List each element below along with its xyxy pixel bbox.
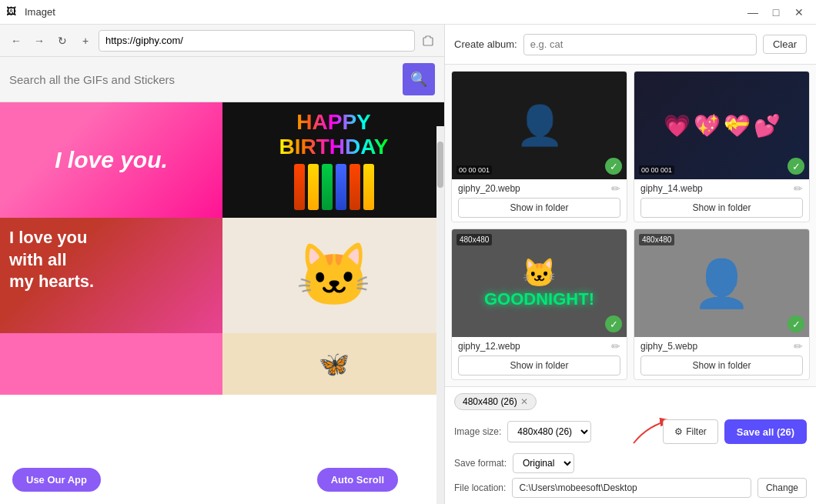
show-folder-button-3[interactable]: Show in folder bbox=[640, 355, 803, 375]
giphy-grid-scroll[interactable]: I love you. HAPPYBIRTHDAY bbox=[0, 102, 444, 504]
image-card-3: 480x480 👤 ✓ giphy_5.webp ✏ Show in folde… bbox=[634, 229, 810, 380]
person-placeholder: 👤 bbox=[516, 103, 564, 148]
image-card-1: 💗 💖 💝 💕 00 00 001 ✓ giphy_14.webp ✏ Show… bbox=[634, 71, 810, 222]
forward-button[interactable]: → bbox=[29, 31, 49, 51]
gif-item-birthday[interactable]: HAPPYBIRTHDAY bbox=[222, 102, 444, 218]
address-bar[interactable] bbox=[99, 30, 415, 52]
show-folder-button-1[interactable]: Show in folder bbox=[640, 198, 803, 218]
candles bbox=[279, 164, 388, 210]
bottom-controls: 480x480 (26) ✕ Image size: 480x480 (26) bbox=[445, 386, 816, 504]
title-bar: 🖼 Imaget — □ ✕ bbox=[0, 0, 816, 25]
new-tab-button[interactable]: + bbox=[75, 31, 95, 51]
location-input[interactable] bbox=[512, 478, 751, 498]
gif-item-cat[interactable]: 🐱 bbox=[222, 218, 444, 333]
image-size-select[interactable]: 480x480 (26) bbox=[507, 421, 591, 442]
back-button[interactable]: ← bbox=[6, 31, 26, 51]
image-info-0: giphy_20.webp ✏ bbox=[452, 179, 627, 198]
edit-icon-1[interactable]: ✏ bbox=[794, 182, 803, 195]
thumb-badge-2: 480x480 bbox=[456, 234, 492, 245]
show-folder-button-2[interactable]: Show in folder bbox=[458, 355, 620, 375]
tag-label: 480x480 (26) bbox=[463, 396, 517, 407]
hearts-bg: 💗 💖 💝 💕 bbox=[634, 72, 809, 179]
image-thumb-0[interactable]: 👤 00 00 001 ✓ bbox=[452, 72, 627, 179]
location-row: File location: Change bbox=[454, 478, 807, 498]
gif-item-3a[interactable] bbox=[0, 333, 222, 395]
timestamp-1: 00 00 001 bbox=[639, 165, 674, 175]
person-bg: 👤 bbox=[634, 229, 809, 337]
image-card-2: 480x480 🐱 GOODNIGHT! ✓ giphy_12.webp ✏ S… bbox=[451, 229, 627, 380]
image-name-2: giphy_12.webp bbox=[458, 341, 608, 352]
browser-panel: ← → ↻ + 🔍 I love yo bbox=[0, 25, 445, 504]
search-bar: 🔍 bbox=[0, 57, 444, 102]
use-app-button[interactable]: Use Our App bbox=[12, 468, 101, 492]
search-button[interactable]: 🔍 bbox=[403, 63, 435, 95]
gif-item-love[interactable]: I love you. bbox=[0, 102, 222, 218]
image-name-0: giphy_20.webp bbox=[458, 183, 608, 194]
image-thumb-2[interactable]: 480x480 🐱 GOODNIGHT! ✓ bbox=[452, 229, 627, 337]
image-info-2: giphy_12.webp ✏ bbox=[452, 337, 627, 355]
refresh-button[interactable]: ↻ bbox=[52, 31, 72, 51]
right-panel: Create album: Clear 👤 00 00 001 ✓ giphy_… bbox=[445, 25, 816, 504]
check-icon-0: ✓ bbox=[605, 158, 622, 175]
check-icon-1: ✓ bbox=[788, 158, 804, 175]
edit-icon-3[interactable]: ✏ bbox=[794, 340, 803, 352]
location-label: File location: bbox=[454, 482, 506, 493]
change-button[interactable]: Change bbox=[757, 478, 807, 498]
image-grid: 👤 00 00 001 ✓ giphy_20.webp ✏ Show in fo… bbox=[445, 65, 816, 386]
image-info-1: giphy_14.webp ✏ bbox=[634, 179, 809, 198]
scrollbar[interactable] bbox=[436, 126, 444, 504]
person-icon: 👤 bbox=[693, 256, 751, 311]
birthday-text: HAPPYBIRTHDAY bbox=[279, 110, 388, 159]
format-row: Save format: Original bbox=[454, 453, 807, 473]
clear-button[interactable]: Clear bbox=[763, 35, 807, 54]
show-folder-button-0[interactable]: Show in folder bbox=[458, 198, 620, 218]
gif-item-3b[interactable]: 🦋 bbox=[222, 333, 444, 395]
browser-content: 🔍 I love you. HAPPYBIRTHDAY bbox=[0, 57, 444, 504]
save-all-button[interactable]: Save all (26) bbox=[724, 419, 807, 444]
filter-label: Filter bbox=[686, 426, 707, 437]
image-name-1: giphy_14.webp bbox=[640, 183, 791, 194]
image-card-0: 👤 00 00 001 ✓ giphy_20.webp ✏ Show in fo… bbox=[451, 71, 627, 222]
filter-button[interactable]: ⚙ Filter bbox=[663, 419, 718, 444]
minimize-button[interactable]: — bbox=[742, 2, 764, 23]
auto-scroll-button[interactable]: Auto Scroll bbox=[317, 468, 398, 492]
format-select[interactable]: Original bbox=[513, 453, 574, 473]
main-layout: ← → ↻ + 🔍 I love yo bbox=[0, 25, 816, 504]
album-input[interactable] bbox=[523, 34, 757, 55]
gif-hearts-text: I love youwith allmy hearts. bbox=[9, 227, 94, 293]
search-input[interactable] bbox=[9, 73, 396, 86]
check-icon-3: ✓ bbox=[788, 315, 804, 332]
gif-item-love-hearts[interactable]: I love youwith allmy hearts. bbox=[0, 218, 222, 333]
goodnight-text: GOODNIGHT! bbox=[484, 289, 594, 309]
tag-row: 480x480 (26) ✕ bbox=[454, 393, 807, 410]
image-name-3: giphy_5.webp bbox=[640, 341, 791, 352]
edit-icon-2[interactable]: ✏ bbox=[611, 340, 620, 352]
create-album-label: Create album: bbox=[454, 38, 517, 50]
filter-icon: ⚙ bbox=[674, 426, 683, 437]
edit-icon-0[interactable]: ✏ bbox=[611, 182, 620, 195]
close-button[interactable]: ✕ bbox=[788, 2, 810, 23]
cat-emoji: 🐱 bbox=[296, 239, 373, 312]
gif-love-text: I love you. bbox=[55, 147, 168, 173]
app-title: Imaget bbox=[25, 6, 742, 18]
thumb-badge-3: 480x480 bbox=[639, 234, 674, 245]
format-label: Save format: bbox=[454, 458, 507, 469]
maximize-button[interactable]: □ bbox=[765, 2, 787, 23]
tag-close[interactable]: ✕ bbox=[520, 396, 528, 407]
goodnight-bg: 🐱 GOODNIGHT! bbox=[452, 229, 627, 337]
arrow-annotation bbox=[610, 416, 657, 447]
image-info-3: giphy_5.webp ✏ bbox=[634, 337, 809, 355]
right-toolbar: Create album: Clear bbox=[445, 25, 816, 65]
check-icon-2: ✓ bbox=[605, 315, 622, 332]
timestamp-0: 00 00 001 bbox=[456, 165, 492, 175]
app-icon: 🖼 bbox=[6, 5, 20, 19]
tag-pill: 480x480 (26) ✕ bbox=[454, 393, 537, 410]
controls-row: Image size: 480x480 (26) ⚙ Filter bbox=[454, 416, 807, 447]
image-thumb-3[interactable]: 480x480 👤 ✓ bbox=[634, 229, 809, 337]
image-size-label: Image size: bbox=[454, 426, 501, 437]
image-thumb-1[interactable]: 💗 💖 💝 💕 00 00 001 ✓ bbox=[634, 72, 809, 179]
browser-toolbar: ← → ↻ + bbox=[0, 25, 444, 57]
window-controls: — □ ✕ bbox=[742, 2, 810, 23]
extension-button[interactable] bbox=[418, 31, 438, 51]
